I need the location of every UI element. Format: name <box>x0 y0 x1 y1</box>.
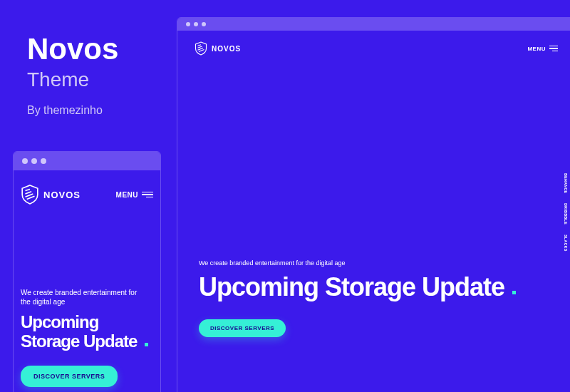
theme-subtitle: Theme <box>27 68 118 91</box>
tagline: We create branded entertainment for the … <box>21 288 142 306</box>
site-header: NOVOS MENU <box>177 31 570 66</box>
window-titlebar <box>177 18 570 31</box>
menu-button[interactable]: MENU <box>527 46 558 52</box>
window-dot-icon <box>22 158 28 164</box>
headline: Upcoming Storage Update <box>199 272 504 301</box>
logo-text: NOVOS <box>43 190 81 200</box>
social-link-behance[interactable]: BEHANCE <box>564 173 568 193</box>
window-dot-icon <box>31 158 37 164</box>
site-header: NOVOS MENU <box>14 170 160 219</box>
discover-servers-button[interactable]: DISCOVER SERVERS <box>199 319 286 337</box>
social-link-slacks[interactable]: SLACKS <box>564 234 568 252</box>
social-link-dribbble[interactable]: DRIBBBLE <box>564 203 568 225</box>
theme-name: Novos <box>27 34 118 64</box>
mobile-preview-window: NOVOS MENU We create branded entertainme… <box>13 151 161 392</box>
tagline: We create branded entertainment for the … <box>199 259 516 267</box>
logo[interactable]: NOVOS <box>21 183 81 206</box>
theme-info-panel: Novos Theme By themezinho <box>27 34 118 117</box>
window-content: NOVOS MENU We create branded entertainme… <box>14 170 160 392</box>
logo[interactable]: NOVOS <box>195 41 241 56</box>
desktop-preview-window: NOVOS MENU We create branded entertainme… <box>177 17 570 392</box>
headline: Upcoming Storage Update <box>21 312 137 351</box>
hamburger-icon <box>142 192 153 198</box>
discover-servers-button[interactable]: DISCOVER SERVERS <box>21 366 118 387</box>
accent-dot-icon <box>145 343 148 346</box>
social-rail: BEHANCE DRIBBBLE SLACKS <box>564 173 568 252</box>
hero-section: We create branded entertainment for the … <box>21 288 153 387</box>
logo-text: NOVOS <box>212 45 241 53</box>
menu-label: MENU <box>116 191 138 199</box>
window-titlebar <box>14 152 160 170</box>
shield-logo-icon <box>21 183 39 206</box>
window-dot-icon <box>186 22 190 26</box>
window-dot-icon <box>202 22 206 26</box>
accent-dot-icon <box>512 291 516 294</box>
menu-label: MENU <box>527 46 546 52</box>
hero-section: We create branded entertainment for the … <box>199 259 516 337</box>
window-dot-icon <box>194 22 198 26</box>
window-content: NOVOS MENU We create branded entertainme… <box>177 31 570 392</box>
menu-button[interactable]: MENU <box>116 191 153 199</box>
shield-logo-icon <box>195 41 207 56</box>
theme-author: By themezinho <box>27 104 118 117</box>
hamburger-icon <box>549 46 558 52</box>
window-dot-icon <box>41 158 46 164</box>
